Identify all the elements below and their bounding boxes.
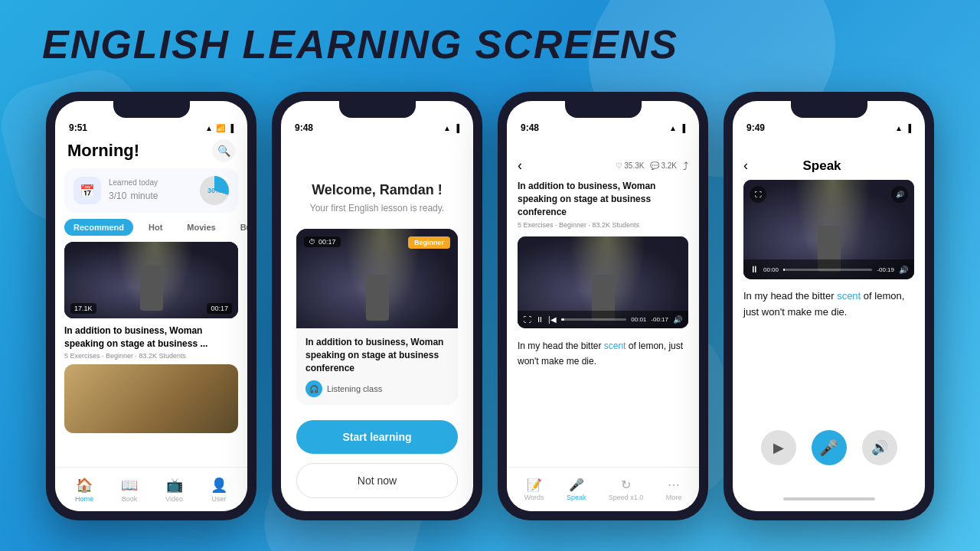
lesson-card[interactable]: Beginner ⏱ 00:17 In addition to business… [296, 229, 458, 405]
learned-label: Learned today [109, 178, 192, 187]
heart-icon: ♡ [616, 161, 622, 170]
nav-user[interactable]: 👤 User [211, 477, 227, 503]
back-button-4[interactable]: ‹ [743, 158, 748, 174]
video-card-title: In addition to business, Woman speaking … [64, 324, 238, 350]
phone-4-time: 9:49 [746, 122, 765, 133]
words-icon: 📝 [527, 478, 542, 492]
start-learning-button[interactable]: Start learning [296, 420, 458, 454]
progress-fill-3 [561, 318, 564, 321]
not-now-button[interactable]: Not now [296, 463, 458, 498]
progress-bar-4[interactable] [783, 269, 872, 271]
phone-3-notch [565, 101, 642, 118]
nav-video[interactable]: 📺 Video [165, 477, 183, 503]
phone-1-header: Morning! 🔍 [55, 136, 247, 168]
phone-3-status-icons: ▲ ▐ [669, 124, 685, 132]
nav-more[interactable]: ⋯ More [666, 478, 682, 501]
battery-icon-2: ▐ [454, 124, 459, 132]
phone-4-video[interactable]: ⛶ 🔊 ⏸ 00:00 -00:19 🔊 [743, 180, 914, 279]
wifi-icon: ▲ [205, 124, 213, 132]
phone-2-status-icons: ▲ ▐ [443, 124, 459, 132]
calendar-icon: 📅 [74, 177, 101, 204]
phone-4-home-indicator [783, 497, 875, 500]
phone-3-bottom-nav: 📝 Words 🎤 Speak ↻ Speed x1.0 ⋯ More [507, 467, 699, 511]
video-controls-4: ⏸ 00:00 -00:19 🔊 [743, 259, 914, 279]
phone-3-video[interactable]: ⛶ ⏸ |◀ 00:01 -00:17 🔊 [518, 236, 688, 328]
phone-1-video-card-2[interactable] [64, 364, 238, 433]
more-icon: ⋯ [668, 478, 680, 492]
expand-icon[interactable]: ⛶ [750, 186, 766, 203]
like-count[interactable]: ♡ 35.3K [616, 161, 644, 170]
phones-container: 9:51 ▲ 📶 ▐ Morning! 🔍 📅 Learned today 3 [31, 92, 949, 520]
welcome-subtitle: Your first English lesson is ready. [310, 203, 444, 214]
back-button-3[interactable]: ‹ [518, 158, 522, 174]
speed-icon: ↻ [621, 478, 631, 492]
phone-3-screen: 9:48 ▲ ▐ ‹ ♡ 35.3K 💬 3.2K ⤴ [507, 101, 699, 511]
video-title-3: In addition to business, Woman speaking … [518, 180, 688, 218]
nav-book[interactable]: 📖 Book [121, 477, 138, 503]
nav-home[interactable]: 🏠 Home [75, 477, 93, 503]
phone-2-content: Welcome, Ramdan ! Your first English les… [281, 136, 473, 511]
highlight-word-4: scent [837, 290, 861, 302]
phone-1: 9:51 ▲ 📶 ▐ Morning! 🔍 📅 Learned today 3 [46, 92, 256, 520]
mic-button-4[interactable]: 🎤 [812, 430, 847, 465]
prev-icon[interactable]: |◀ [548, 315, 557, 324]
class-label: Listening class [327, 384, 382, 393]
progress-bar-3[interactable] [561, 318, 627, 321]
phone-3-main: In addition to business, Woman speaking … [507, 180, 699, 373]
stage-light-1 [116, 242, 193, 318]
wifi-icon-4: ▲ [895, 124, 903, 132]
battery-icon-4: ▐ [906, 124, 911, 132]
fullscreen-icon[interactable]: ⛶ [524, 315, 531, 324]
lesson-duration: ⏱ 00:17 [304, 236, 341, 247]
lesson-card-body: In addition to business, Woman speaking … [296, 328, 458, 405]
video-thumbnail-2 [64, 364, 238, 433]
share-button[interactable]: ⤴ [683, 160, 688, 172]
welcome-text: Welcome, Ramdan ! [312, 182, 443, 198]
play-button-4[interactable]: ▶ [761, 430, 796, 465]
page-title: ENGLISH LEARNING SCREENS [42, 21, 678, 67]
signal-icon: 📶 [216, 124, 225, 132]
speak-icon: 🎤 [569, 478, 584, 492]
phone-2-notch [339, 101, 416, 118]
playback-time-3: 00:01 [631, 316, 646, 323]
progress-circle: 30% [200, 176, 229, 205]
phone-1-tabs: Recommend Hot Movies Busines... [55, 219, 247, 242]
phone-3-header: ‹ ♡ 35.3K 💬 3.2K ⤴ [507, 136, 699, 180]
phone-1-video-card-1[interactable]: 17.1K 00:17 [64, 242, 238, 318]
tab-movies[interactable]: Movies [178, 219, 224, 236]
phone-1-greeting: Morning! [67, 141, 139, 161]
play-pause-button-3[interactable]: ⏸ [536, 315, 544, 324]
nav-speak-label: Speak [567, 494, 586, 501]
class-avatar: 🎧 [305, 380, 322, 397]
video-icon: 📺 [166, 477, 183, 494]
battery-icon-3: ▐ [680, 124, 685, 132]
comment-count[interactable]: 💬 3.2K [650, 161, 677, 170]
tab-recommend[interactable]: Recommend [64, 219, 133, 236]
phone-1-screen: 9:51 ▲ 📶 ▐ Morning! 🔍 📅 Learned today 3 [55, 101, 247, 511]
search-button[interactable]: 🔍 [212, 139, 235, 162]
progress-text: Learned today 3/10 minute [109, 178, 192, 203]
phone-2-screen: 9:48 ▲ ▐ Welcome, Ramdan ! Your first En… [281, 101, 473, 511]
battery-icon: ▐ [228, 124, 234, 132]
speaker-button-4[interactable]: 🔊 [862, 430, 897, 465]
transcript-4: In my head the bitter scent of lemon, ju… [733, 289, 925, 330]
phone-4-controls: ▶ 🎤 🔊 [733, 430, 925, 465]
tab-hot[interactable]: Hot [139, 219, 172, 236]
lesson-video-area: Beginner ⏱ 00:17 [296, 229, 458, 328]
nav-user-label: User [211, 495, 226, 503]
nav-speed[interactable]: ↻ Speed x1.0 [609, 478, 644, 501]
volume-icon-4[interactable]: 🔊 [891, 186, 908, 203]
play-icon-4[interactable]: ⏸ [750, 264, 759, 275]
video-meta-3: 5 Exercises · Beginner · 83.2K Students [518, 221, 688, 229]
volume-control-4[interactable]: 🔊 [899, 266, 908, 274]
phone-3: 9:48 ▲ ▐ ‹ ♡ 35.3K 💬 3.2K ⤴ [498, 92, 708, 520]
volume-icon-3[interactable]: 🔊 [673, 315, 682, 324]
nav-words[interactable]: 📝 Words [524, 478, 544, 501]
nav-speak[interactable]: 🎤 Speak [567, 478, 586, 501]
phone-3-actions: ♡ 35.3K 💬 3.2K ⤴ [616, 160, 688, 172]
nav-video-label: Video [165, 495, 183, 503]
tab-business[interactable]: Busines... [231, 219, 247, 236]
phone-1-progress-card: 📅 Learned today 3/10 minute 30% [64, 168, 238, 213]
user-icon: 👤 [211, 477, 227, 494]
total-time-4: -00:19 [877, 266, 894, 273]
